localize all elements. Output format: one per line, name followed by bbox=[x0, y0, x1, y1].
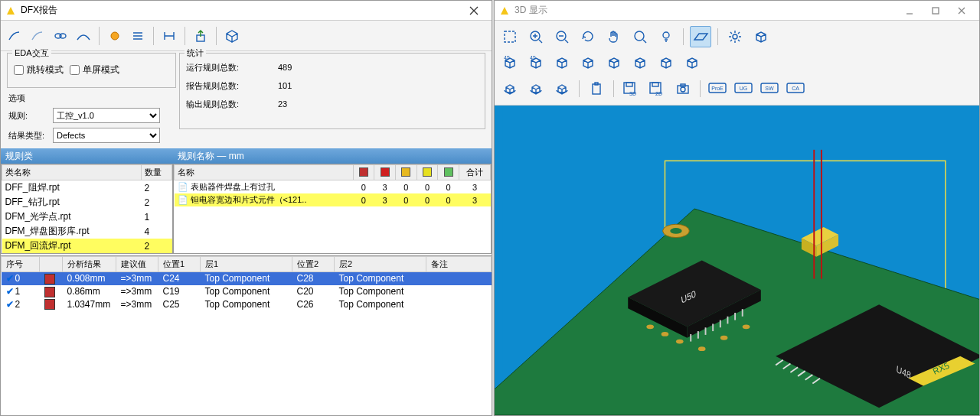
maximize-button[interactable] bbox=[923, 2, 949, 20]
cube-rotate-icon bbox=[501, 80, 518, 97]
single-screen-checkbox[interactable]: 单屏模式 bbox=[70, 63, 119, 76]
result-type-select[interactable]: Defects bbox=[53, 128, 160, 143]
export-ca-button[interactable]: CA bbox=[785, 78, 806, 99]
clipboard-button[interactable] bbox=[586, 78, 607, 99]
tool-list[interactable] bbox=[127, 25, 149, 47]
tool-width[interactable] bbox=[158, 25, 180, 47]
minimize-button[interactable] bbox=[897, 2, 923, 20]
left-window-title: DFX报告 bbox=[21, 4, 57, 17]
rule-class-row[interactable]: DFM_焊盘图形库.rpt4 bbox=[2, 224, 172, 239]
view-cube-1[interactable]: 45 bbox=[525, 52, 547, 73]
3d-view-window: 3D 显示 45 45 bbox=[494, 0, 980, 416]
view-cube-7[interactable] bbox=[681, 52, 703, 73]
svg-text:ProE: ProE bbox=[711, 86, 724, 91]
detail-row[interactable]: ✔0 0.908mm=>3mm C24Top Component C28Top … bbox=[2, 272, 492, 285]
minimize-icon bbox=[905, 6, 914, 15]
format-icon: ProE bbox=[707, 80, 727, 97]
rule-class-row[interactable]: DFM_光学点.rpt1 bbox=[2, 210, 172, 224]
tool-export[interactable] bbox=[190, 25, 211, 47]
jump-mode-checkbox[interactable]: 跳转模式 bbox=[14, 63, 64, 76]
perspective-button[interactable] bbox=[690, 26, 711, 47]
svg-rect-22 bbox=[652, 83, 658, 86]
zoom-in-icon bbox=[528, 29, 544, 44]
view-cube-3[interactable] bbox=[577, 52, 599, 73]
view-cube-2[interactable] bbox=[551, 52, 573, 73]
zoom-out-button[interactable] bbox=[551, 26, 573, 47]
svg-text:45: 45 bbox=[530, 55, 536, 60]
tool-brush2[interactable] bbox=[27, 25, 48, 47]
svg-rect-16 bbox=[593, 84, 600, 94]
close-icon bbox=[957, 6, 966, 15]
rule-name-row[interactable]: 📄 钽电容宽边和片式元件（<121..030003 bbox=[175, 193, 491, 206]
rot-cube-1[interactable] bbox=[525, 78, 547, 99]
svg-point-44 bbox=[698, 346, 706, 351]
pcb-render: U50 U48 bbox=[495, 106, 979, 415]
detail-table[interactable]: 序号 分析结果 建议值 位置1 层1 位置2 层2 备注 ✔0 0.908mm=… bbox=[1, 256, 492, 310]
rule-name-panel: 规则名称 — mm 名称合计📄 表贴器件焊盘上有过孔030003📄 钽电容宽边和… bbox=[173, 148, 492, 255]
export-ug-button[interactable]: UG bbox=[733, 78, 754, 99]
rule-class-header: 规则类 bbox=[1, 148, 173, 164]
left-toolbar bbox=[1, 21, 492, 51]
rot-cube-2[interactable] bbox=[551, 78, 573, 99]
box-button[interactable] bbox=[750, 26, 772, 47]
link-icon bbox=[53, 29, 68, 43]
right-toolbar: 45 45 3D2DProEUGS bbox=[495, 21, 979, 106]
cube-icon: 45 bbox=[501, 54, 518, 71]
save-3d-button[interactable]: 3D bbox=[620, 78, 642, 99]
rule-name-row[interactable]: 📄 表贴器件焊盘上有过孔030003 bbox=[175, 180, 491, 194]
right-window-title: 3D 显示 bbox=[514, 4, 547, 17]
svg-rect-19 bbox=[626, 83, 632, 86]
fit-view-button[interactable] bbox=[499, 26, 521, 47]
rule-class-table[interactable]: 类名称数量 DFF_阻焊.rpt2DFF_钻孔.rpt2DFM_光学点.rpt1… bbox=[2, 164, 172, 253]
pan-button[interactable] bbox=[603, 26, 625, 47]
zoom-area-button[interactable] bbox=[629, 26, 651, 47]
stat-output-label: 输出规则总数: bbox=[186, 99, 278, 110]
rule-class-row[interactable]: DFF_阻焊.rpt2 bbox=[2, 180, 172, 196]
brush-icon bbox=[30, 29, 45, 43]
svg-point-46 bbox=[743, 324, 750, 329]
rot-cube-0[interactable] bbox=[499, 78, 521, 99]
view-cube-0[interactable]: 45 bbox=[499, 52, 521, 73]
cube-views-row: 45 45 bbox=[499, 50, 975, 76]
view-cube-4[interactable] bbox=[603, 52, 625, 73]
export-sw-button[interactable]: SW bbox=[759, 78, 780, 99]
camera-button[interactable] bbox=[672, 78, 694, 99]
stat-run-value: 489 bbox=[278, 63, 292, 72]
detail-row[interactable]: ✔2 1.0347mm=>3mm C25Top Component C26Top… bbox=[2, 298, 492, 311]
close-button[interactable] bbox=[949, 2, 975, 20]
dfx-report-window: DFX报告 EDA交互 跳转模式 单屏模式 bbox=[0, 0, 492, 416]
tool-curve[interactable] bbox=[73, 25, 94, 47]
svg-point-12 bbox=[663, 32, 669, 38]
view-cube-6[interactable] bbox=[655, 52, 677, 73]
save-2d-button[interactable]: 2D bbox=[646, 78, 668, 99]
rule-select[interactable]: 工控_v1.0 bbox=[53, 108, 160, 123]
result-type-label: 结果类型: bbox=[8, 130, 47, 141]
rule-class-row[interactable]: DFF_钻孔.rpt2 bbox=[2, 195, 172, 210]
zoom-in-button[interactable] bbox=[525, 26, 547, 47]
highlight-button[interactable] bbox=[655, 26, 677, 47]
eda-group-title: EDA交互 bbox=[12, 47, 51, 59]
format-icon: CA bbox=[786, 80, 805, 97]
rule-name-table[interactable]: 名称合计📄 表贴器件焊盘上有过孔030003📄 钽电容宽边和片式元件（<121.… bbox=[174, 164, 491, 206]
rule-label: 规则: bbox=[8, 110, 47, 122]
cube-icon: 45 bbox=[528, 54, 544, 71]
close-button[interactable] bbox=[461, 2, 487, 20]
svg-text:SW: SW bbox=[765, 86, 774, 91]
settings-button[interactable] bbox=[724, 26, 746, 47]
rotate-button[interactable] bbox=[577, 26, 599, 47]
svg-rect-7 bbox=[933, 8, 939, 14]
3d-viewport[interactable]: U50 U48 bbox=[495, 106, 979, 415]
tool-sun[interactable] bbox=[104, 25, 126, 47]
export-proe-button[interactable]: ProE bbox=[707, 78, 728, 99]
tool-cube[interactable] bbox=[221, 25, 243, 47]
rule-class-row[interactable]: DFM_回流焊.rpt2 bbox=[2, 239, 172, 253]
tool-link[interactable] bbox=[50, 25, 71, 47]
detail-row[interactable]: ✔1 0.86mm=>3mm C19Top Component C20Top C… bbox=[2, 285, 492, 298]
svg-marker-6 bbox=[501, 7, 508, 15]
rule-name-header: 规则名称 — mm bbox=[173, 148, 492, 164]
tool-brush1[interactable] bbox=[4, 25, 25, 47]
view-cube-5[interactable] bbox=[629, 52, 651, 73]
detail-panel: 序号 分析结果 建议值 位置1 层1 位置2 层2 备注 ✔0 0.908mm=… bbox=[1, 255, 492, 415]
camera-icon bbox=[675, 81, 691, 96]
stat-report-label: 报告规则总数: bbox=[186, 80, 278, 92]
